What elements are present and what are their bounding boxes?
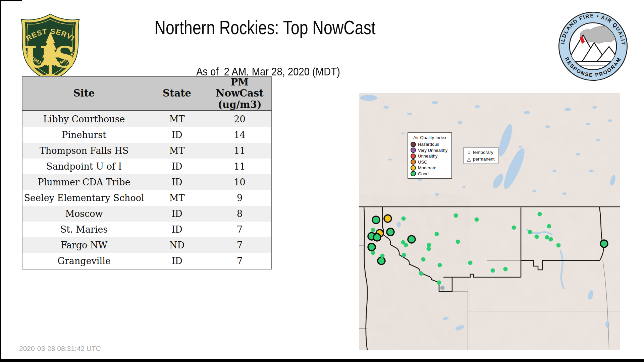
map-canvas <box>359 93 620 350</box>
aqi-category-label: Good <box>418 171 429 176</box>
site-cell: Libby Courthouse <box>22 111 146 127</box>
aqi-legend-items: HazardousVery UnhealthyUnhealthyUSGModer… <box>411 141 449 177</box>
monitor-marker-permanent <box>401 217 406 221</box>
aqi-color-swatch <box>411 142 416 147</box>
monitor-marker-permanent <box>468 261 473 265</box>
monitor-marker-permanent <box>402 253 406 257</box>
aqi-legend-item: Good <box>411 171 449 177</box>
monitor-marker-permanent <box>427 247 431 251</box>
pm-value-cell: 14 <box>208 127 271 143</box>
pm-value-cell: 11 <box>208 159 271 174</box>
table-row: Plummer CDA TribeID10 <box>22 174 271 190</box>
header-pm-nowcast: PM NowCast (ug/m3) <box>208 76 271 111</box>
monitor-marker-temporary <box>378 257 385 264</box>
monitor-marker-permanent <box>454 214 458 218</box>
table-row: MoscowID8 <box>22 206 271 222</box>
aqi-color-swatch <box>411 154 416 159</box>
monitor-marker-permanent <box>549 237 553 242</box>
pm-value-cell: 9 <box>208 190 271 206</box>
monitor-marker-permanent <box>535 235 539 239</box>
monitor-map: Air Quality Index HazardousVery Unhealth… <box>359 93 620 350</box>
monitor-marker-permanent <box>512 226 516 230</box>
monitor-marker-permanent <box>547 224 551 229</box>
monitor-marker-permanent <box>491 268 495 273</box>
monitor-marker-permanent <box>475 218 479 222</box>
pm-value-cell: 20 <box>208 111 271 127</box>
state-cell: ID <box>146 127 208 143</box>
monitor-marker-permanent <box>419 272 424 276</box>
monitor-marker-temporary <box>368 243 375 251</box>
monitor-marker-permanent <box>380 254 385 258</box>
monitor-marker-permanent <box>437 281 441 285</box>
header-state: State <box>146 76 208 111</box>
state-cell: MT <box>146 111 208 127</box>
aqi-color-swatch <box>411 165 416 171</box>
wfaqrp-logo-icon: WILDLAND FIRE • AIR QUALITY RESPONSE PRO… <box>557 11 629 82</box>
pm-value-cell: 7 <box>208 237 271 253</box>
state-cell: ID <box>146 253 208 269</box>
site-cell: Plummer CDA Tribe <box>22 174 146 190</box>
pm-value-cell: 8 <box>208 206 271 222</box>
table-row: St. MariesID7 <box>22 222 271 237</box>
table-row: PinehurstID14 <box>22 127 271 143</box>
monitor-marker-temporary <box>372 216 380 224</box>
aqi-category-label: Moderate <box>418 165 436 170</box>
site-cell: Thompson Falls HS <box>22 143 146 159</box>
header-site: Site <box>22 76 146 111</box>
aqi-category-label: Unhealthy <box>418 154 438 159</box>
pm-value-cell: 7 <box>208 222 271 237</box>
monitor-marker-permanent <box>371 251 375 255</box>
monitor-marker-permanent <box>456 240 460 244</box>
aqi-legend-item: Hazardous <box>411 141 449 147</box>
monitor-marker-temporary <box>387 228 394 236</box>
legend-row-permanent: △ permanent <box>466 156 496 162</box>
temporary-label: temporary <box>473 150 493 155</box>
aqi-legend: Air Quality Index HazardousVery Unhealth… <box>408 132 452 179</box>
table-row: Fargo NWND7 <box>22 237 271 253</box>
state-cell: MT <box>146 143 208 159</box>
table-header-row: Site State PM NowCast (ug/m3) <box>22 76 271 111</box>
legend-row-temporary: ○ temporary <box>466 149 496 156</box>
slide-edge-bottom <box>0 359 644 362</box>
aqi-color-swatch <box>411 159 416 165</box>
table-row: Libby CourthouseMT20 <box>22 111 271 127</box>
site-cell: Grangeville <box>22 253 146 269</box>
slide-edge-top-mark <box>0 0 22 1</box>
monitor-marker-permanent <box>427 243 431 247</box>
state-cell: ID <box>146 222 208 237</box>
pm-value-cell: 7 <box>208 253 271 269</box>
aqi-legend-title: Air Quality Index <box>411 135 449 140</box>
monitor-marker-permanent <box>404 243 408 247</box>
aqi-legend-item: Unhealthy <box>411 153 449 159</box>
monitor-marker-permanent <box>440 286 445 290</box>
site-cell: Seeley Elementary School <box>22 190 146 206</box>
aqi-color-swatch <box>411 147 416 153</box>
monitor-marker-permanent <box>503 267 508 272</box>
slide: { "slide": { "title": "Northern Rockies:… <box>0 0 644 362</box>
temporary-circle-icon: ○ <box>466 150 472 155</box>
permanent-triangle-icon: △ <box>466 157 472 162</box>
state-cell: MT <box>146 190 208 206</box>
site-cell: Fargo NW <box>22 237 146 253</box>
aqi-category-label: Very Unhealthy <box>418 148 447 153</box>
monitor-marker-permanent <box>371 228 375 232</box>
nowcast-table: Site State PM NowCast (ug/m3) Libby Cour… <box>22 76 272 269</box>
forest-service-logo: FOREST SERVICE U S DEPARTMENT OF AGRICUL… <box>17 13 83 84</box>
state-cell: ID <box>146 174 208 190</box>
monitor-marker-permanent <box>545 235 549 240</box>
monitor-marker-temporary <box>373 234 381 241</box>
aqi-legend-item: Very Unhealthy <box>411 147 449 154</box>
page-subtitle: As of 2 AM, Mar 28, 2020 (MDT) <box>101 52 429 78</box>
aqi-legend-item: USG <box>411 159 449 165</box>
site-cell: Pinehurst <box>22 127 146 143</box>
generation-timestamp: 2020-03-28 08:31:42 UTC <box>19 345 101 353</box>
aqi-category-label: Hazardous <box>418 142 439 147</box>
aqi-legend-item: Moderate <box>411 165 449 171</box>
page-title: Northern Rockies: Top NowCast <box>101 16 429 39</box>
monitor-marker-permanent <box>538 212 542 217</box>
site-cell: Moscow <box>22 206 146 222</box>
table-row: Thompson Falls HSMT11 <box>22 143 271 159</box>
page-title-text: Northern Rockies: Top NowCast <box>154 16 375 39</box>
state-cell: ID <box>146 159 208 174</box>
table-row: Sandpoint U of IID11 <box>22 159 271 174</box>
